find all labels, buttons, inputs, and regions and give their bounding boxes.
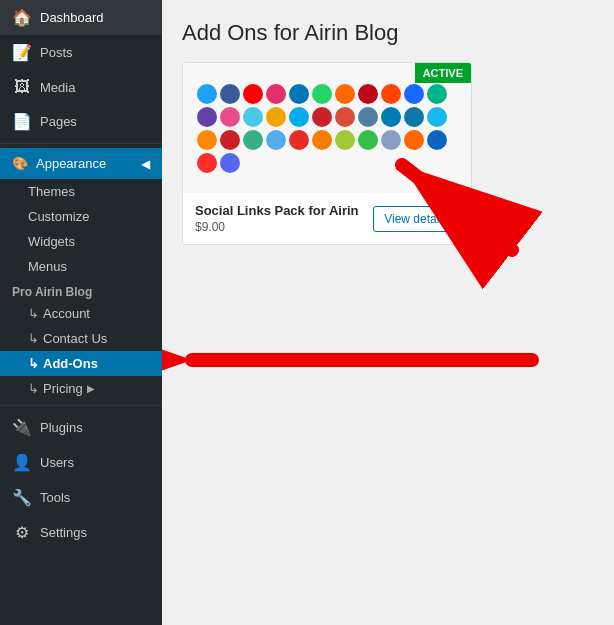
sidebar-item-widgets[interactable]: Widgets xyxy=(0,229,162,254)
sub-item-label: Menus xyxy=(28,259,67,274)
social-icon xyxy=(335,84,355,104)
sub-item-label: Widgets xyxy=(28,234,75,249)
chevron-icon: ◀ xyxy=(141,157,150,171)
social-icon xyxy=(289,107,309,127)
dashboard-icon: 🏠 xyxy=(12,8,32,27)
social-icon xyxy=(312,84,332,104)
social-icon xyxy=(289,84,309,104)
social-icon xyxy=(404,130,424,150)
addon-card-image: ACTIVE xyxy=(183,63,471,193)
social-icon xyxy=(220,130,240,150)
social-icons-grid xyxy=(191,78,463,179)
sidebar-item-dashboard[interactable]: 🏠 Dashboard xyxy=(0,0,162,35)
plugins-icon: 🔌 xyxy=(12,418,32,437)
active-badge: ACTIVE xyxy=(415,63,471,83)
sub-arrow-icon: ↳ xyxy=(28,306,39,321)
social-icon xyxy=(220,107,240,127)
social-icon xyxy=(404,107,424,127)
social-icon xyxy=(197,84,217,104)
main-content: Add Ons for Airin Blog ACTIVE Social Lin… xyxy=(162,0,614,625)
social-icon xyxy=(197,130,217,150)
social-icon xyxy=(427,130,447,150)
sidebar-item-label: Media xyxy=(40,80,75,95)
social-icon xyxy=(243,130,263,150)
social-icon xyxy=(220,153,240,173)
page-title: Add Ons for Airin Blog xyxy=(182,20,594,46)
social-icon xyxy=(243,107,263,127)
divider xyxy=(0,405,162,406)
sidebar-item-pricing[interactable]: ↳ Pricing ▶ xyxy=(0,376,162,401)
sidebar-item-label: Settings xyxy=(40,525,87,540)
social-icon xyxy=(312,130,332,150)
addon-name: Social Links Pack for Airin xyxy=(195,203,359,218)
sidebar-item-settings[interactable]: ⚙ Settings xyxy=(0,515,162,550)
social-icon xyxy=(266,84,286,104)
sub-item-label: Add-Ons xyxy=(43,356,98,371)
sidebar-item-appearance[interactable]: 🎨 Appearance ◀ xyxy=(0,148,162,179)
pages-icon: 📄 xyxy=(12,112,32,131)
external-link-icon: ▶ xyxy=(87,383,95,394)
sidebar-item-media[interactable]: 🖼 Media xyxy=(0,70,162,104)
social-icon xyxy=(197,153,217,173)
view-details-button[interactable]: View details xyxy=(373,206,459,232)
sub-arrow-icon: ↳ xyxy=(28,381,39,396)
sub-item-label: Contact Us xyxy=(43,331,107,346)
appearance-icon: 🎨 xyxy=(12,156,28,171)
media-icon: 🖼 xyxy=(12,78,32,96)
pro-section-label: Pro Airin Blog xyxy=(0,279,162,301)
sidebar-item-label: Dashboard xyxy=(40,10,104,25)
social-icon xyxy=(243,84,263,104)
sidebar-item-tools[interactable]: 🔧 Tools xyxy=(0,480,162,515)
addon-card: ACTIVE Social Links Pack for Airin $9.00… xyxy=(182,62,472,245)
social-icon xyxy=(335,130,355,150)
social-icon xyxy=(335,107,355,127)
social-icon xyxy=(358,84,378,104)
sidebar-item-menus[interactable]: Menus xyxy=(0,254,162,279)
sidebar-item-users[interactable]: 👤 Users xyxy=(0,445,162,480)
settings-icon: ⚙ xyxy=(12,523,32,542)
sidebar-item-plugins[interactable]: 🔌 Plugins xyxy=(0,410,162,445)
social-icon xyxy=(427,107,447,127)
social-icon xyxy=(197,107,217,127)
addon-details: Social Links Pack for Airin $9.00 xyxy=(195,203,359,234)
divider xyxy=(0,143,162,144)
addon-price: $9.00 xyxy=(195,220,359,234)
social-icon xyxy=(381,107,401,127)
social-icon xyxy=(381,84,401,104)
sidebar-item-add-ons[interactable]: ↳ Add-Ons xyxy=(0,351,162,376)
social-icon xyxy=(358,130,378,150)
sidebar-item-posts[interactable]: 📝 Posts xyxy=(0,35,162,70)
tools-icon: 🔧 xyxy=(12,488,32,507)
addon-info: Social Links Pack for Airin $9.00 View d… xyxy=(183,193,471,244)
social-icon xyxy=(266,130,286,150)
sidebar-item-pages[interactable]: 📄 Pages xyxy=(0,104,162,139)
sidebar-item-label: Tools xyxy=(40,490,70,505)
sub-arrow-icon: ↳ xyxy=(28,356,39,371)
social-icon xyxy=(427,84,447,104)
sidebar-item-customize[interactable]: Customize xyxy=(0,204,162,229)
sidebar-item-themes[interactable]: Themes xyxy=(0,179,162,204)
sidebar-item-label: Appearance xyxy=(36,156,106,171)
users-icon: 👤 xyxy=(12,453,32,472)
social-icon xyxy=(358,107,378,127)
sidebar: 🏠 Dashboard 📝 Posts 🖼 Media 📄 Pages 🎨 Ap… xyxy=(0,0,162,625)
sub-arrow-icon: ↳ xyxy=(28,331,39,346)
social-icon xyxy=(289,130,309,150)
sidebar-item-label: Pages xyxy=(40,114,77,129)
social-icon xyxy=(404,84,424,104)
sub-item-label: Account xyxy=(43,306,90,321)
sidebar-item-label: Posts xyxy=(40,45,73,60)
sub-item-label: Customize xyxy=(28,209,89,224)
social-icon xyxy=(312,107,332,127)
social-icon xyxy=(266,107,286,127)
sub-item-label: Pricing xyxy=(43,381,83,396)
sidebar-item-label: Plugins xyxy=(40,420,83,435)
sidebar-item-account[interactable]: ↳ Account xyxy=(0,301,162,326)
sidebar-item-label: Users xyxy=(40,455,74,470)
posts-icon: 📝 xyxy=(12,43,32,62)
sub-item-label: Themes xyxy=(28,184,75,199)
sidebar-item-contact-us[interactable]: ↳ Contact Us xyxy=(0,326,162,351)
social-icon xyxy=(220,84,240,104)
social-icon xyxy=(381,130,401,150)
